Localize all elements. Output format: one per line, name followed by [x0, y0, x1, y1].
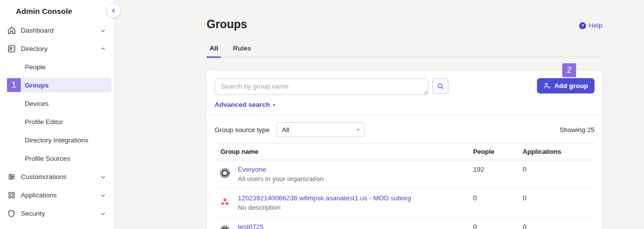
caret-down-icon: ▾: [273, 102, 275, 107]
chevron-down-icon: [100, 211, 106, 217]
filter-row: Group source type All ▾ Showing 25: [215, 122, 594, 137]
help-link[interactable]: ? Help: [579, 22, 602, 29]
page-title: Groups: [207, 18, 247, 31]
sidebar-item-directory[interactable]: Directory: [0, 40, 114, 58]
app-title: Admin Console: [0, 0, 114, 16]
sidebar-item-security[interactable]: Security: [0, 204, 114, 223]
advanced-search-label: Advanced search: [215, 101, 270, 108]
help-label: Help: [589, 22, 602, 29]
sidebar-item-profile-sources[interactable]: Profile Sources: [0, 149, 114, 168]
search-button[interactable]: [432, 78, 448, 94]
sidebar-item-customizations[interactable]: Customizations: [0, 168, 114, 186]
sidebar-item-directory-integrations[interactable]: Directory Integrations: [0, 131, 114, 149]
sidebar-item-profile-editor[interactable]: Profile Editor: [0, 113, 114, 131]
table-row: Everyone All users in your organization …: [215, 160, 594, 189]
sidebar-item-dashboard[interactable]: Dashboard: [0, 21, 114, 40]
applications-count: 0: [523, 160, 594, 189]
column-people: People: [473, 143, 523, 160]
group-name-link[interactable]: Everyone: [238, 166, 266, 173]
sidebar-item-applications[interactable]: Applications: [0, 186, 114, 204]
chevron-left-icon: [111, 8, 116, 13]
id-card-icon: [6, 44, 16, 54]
asana-icon: [219, 196, 230, 207]
column-applications: Applications: [523, 143, 594, 160]
active-item-highlight: [7, 78, 111, 92]
search-row: Add group: [215, 78, 594, 95]
sidebar-item-label: Profile Sources: [25, 155, 70, 162]
sidebar-item-label: Profile Editor: [25, 118, 63, 126]
people-count: 192: [473, 160, 523, 189]
search-icon: [437, 83, 444, 90]
groups-card: 2 Add group Advanced search ▾ Group sour…: [207, 71, 602, 229]
group-name-link[interactable]: 1202392140066238.w6mpsk.asanatest1.us - …: [238, 194, 411, 202]
sidebar-item-label: People: [25, 63, 46, 71]
advanced-search-link[interactable]: Advanced search ▾: [215, 101, 275, 108]
sidebar-item-label: Directory Integrations: [25, 137, 88, 144]
chevron-up-icon: [100, 46, 106, 52]
table-row: 1202392140066238.w6mpsk.asanatest1.us - …: [215, 189, 594, 218]
sidebar-collapse-button[interactable]: [107, 3, 120, 17]
group-description: No description: [238, 204, 411, 211]
sidebar-item-label: Dashboard: [21, 27, 54, 34]
group-source-type-select[interactable]: All ▾: [276, 122, 365, 137]
add-group-button[interactable]: Add group: [537, 78, 594, 93]
tabs: All Rules: [207, 44, 602, 57]
shield-icon: [6, 209, 16, 219]
caret-down-icon: ▾: [357, 127, 360, 132]
chevron-down-icon: [100, 192, 106, 198]
annotation-step-2: 2: [562, 63, 576, 77]
table-header-row: Group name People Applications: [215, 143, 594, 160]
home-icon: [6, 26, 16, 36]
group-name-link[interactable]: test0725: [238, 223, 264, 229]
table-row: test0725 No description 0 0: [215, 218, 594, 229]
apps-grid-icon: [6, 190, 16, 200]
tab-all[interactable]: All: [207, 44, 221, 58]
people-count: 0: [473, 218, 523, 229]
sidebar-nav: Dashboard Directory People 1 Groups Devi…: [0, 21, 114, 223]
sidebar-item-label: Applications: [21, 191, 57, 199]
annotation-step-1: 1: [7, 78, 21, 92]
okta-group-icon: [219, 168, 230, 179]
applications-count: 0: [523, 189, 594, 218]
group-source-type-label: Group source type: [215, 126, 269, 134]
groups-table: Group name People Applications Everyone: [215, 143, 594, 229]
okta-group-icon: [219, 225, 230, 229]
add-group-label: Add group: [554, 82, 588, 90]
people-count: 0: [473, 189, 523, 218]
sliders-icon: [6, 172, 16, 182]
sidebar: Admin Console Dashboard Directory People: [0, 0, 114, 229]
sidebar-item-label: Customizations: [21, 173, 66, 181]
column-group-name: Group name: [215, 143, 473, 160]
sidebar-item-label: Groups: [25, 82, 49, 89]
sidebar-item-label: Security: [21, 210, 45, 217]
showing-count: Showing 25: [559, 126, 594, 134]
divider: [207, 115, 602, 115]
person-add-icon: [543, 82, 551, 90]
sidebar-item-groups[interactable]: 1 Groups: [0, 76, 114, 94]
applications-count: 0: [523, 218, 594, 229]
chevron-down-icon: [100, 174, 106, 180]
sidebar-item-label: Devices: [25, 100, 49, 107]
main-content: Groups ? Help All Rules 2 Add group Ad: [207, 0, 602, 229]
sidebar-item-people[interactable]: People: [0, 58, 114, 76]
sidebar-item-label: Directory: [21, 45, 48, 52]
search-input[interactable]: [215, 78, 429, 95]
chevron-down-icon: [100, 28, 106, 34]
select-value: All: [282, 126, 289, 134]
help-icon: ?: [579, 22, 586, 29]
tab-rules[interactable]: Rules: [230, 44, 254, 58]
group-description: All users in your organization: [238, 175, 323, 183]
sidebar-item-devices[interactable]: Devices: [0, 94, 114, 113]
